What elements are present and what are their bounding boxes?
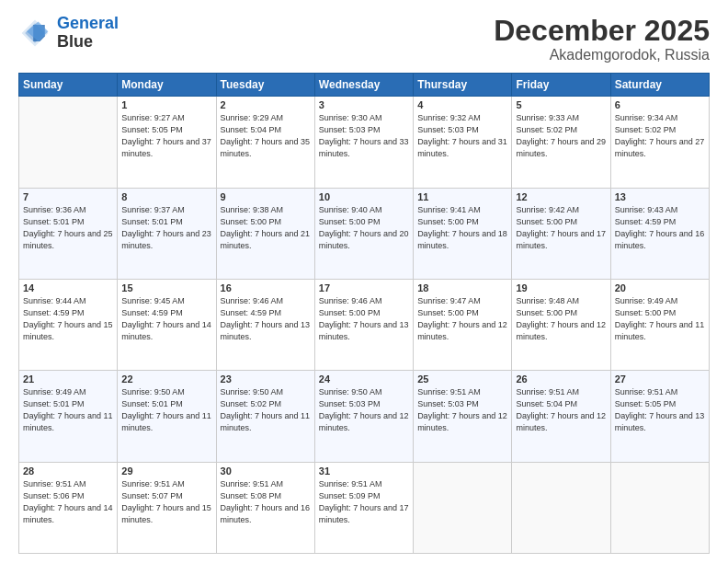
calendar-body: 1Sunrise: 9:27 AM Sunset: 5:05 PM Daylig…	[19, 97, 710, 554]
day-number: 19	[516, 282, 606, 293]
calendar-cell-w2-d7: 13Sunrise: 9:43 AM Sunset: 4:59 PM Dayli…	[610, 188, 709, 279]
day-info: Sunrise: 9:40 AM Sunset: 5:00 PM Dayligh…	[319, 204, 409, 252]
col-tuesday: Tuesday	[216, 74, 314, 97]
calendar-cell-w5-d7	[610, 462, 709, 553]
day-info: Sunrise: 9:34 AM Sunset: 5:02 PM Dayligh…	[615, 112, 705, 160]
day-number: 14	[23, 282, 113, 293]
calendar-cell-w5-d5	[414, 462, 512, 553]
day-info: Sunrise: 9:45 AM Sunset: 4:59 PM Dayligh…	[121, 295, 211, 343]
calendar-cell-w2-d2: 8Sunrise: 9:37 AM Sunset: 5:01 PM Daylig…	[118, 188, 216, 279]
day-number: 6	[615, 99, 705, 110]
day-info: Sunrise: 9:50 AM Sunset: 5:03 PM Dayligh…	[319, 386, 409, 434]
day-info: Sunrise: 9:51 AM Sunset: 5:03 PM Dayligh…	[417, 386, 507, 434]
calendar-cell-w3-d3: 16Sunrise: 9:46 AM Sunset: 4:59 PM Dayli…	[216, 279, 314, 370]
page: General Blue December 2025 Akademgorodok…	[0, 0, 728, 563]
calendar-cell-w1-d5: 4Sunrise: 9:32 AM Sunset: 5:03 PM Daylig…	[414, 97, 512, 188]
day-number: 1	[121, 99, 211, 110]
day-number: 17	[319, 282, 409, 293]
day-number: 9	[221, 191, 311, 202]
day-number: 7	[23, 191, 113, 202]
calendar-cell-w1-d7: 6Sunrise: 9:34 AM Sunset: 5:02 PM Daylig…	[610, 97, 709, 188]
calendar-cell-w2-d6: 12Sunrise: 9:42 AM Sunset: 5:00 PM Dayli…	[512, 188, 610, 279]
calendar-week-3: 14Sunrise: 9:44 AM Sunset: 4:59 PM Dayli…	[19, 279, 710, 370]
day-info: Sunrise: 9:51 AM Sunset: 5:08 PM Dayligh…	[221, 478, 311, 526]
calendar-cell-w3-d6: 19Sunrise: 9:48 AM Sunset: 5:00 PM Dayli…	[512, 279, 610, 370]
day-info: Sunrise: 9:50 AM Sunset: 5:02 PM Dayligh…	[221, 386, 311, 434]
day-number: 11	[417, 191, 507, 202]
day-number: 20	[615, 282, 705, 293]
calendar-week-5: 28Sunrise: 9:51 AM Sunset: 5:06 PM Dayli…	[19, 462, 710, 553]
calendar-cell-w5-d1: 28Sunrise: 9:51 AM Sunset: 5:06 PM Dayli…	[19, 462, 118, 553]
day-info: Sunrise: 9:27 AM Sunset: 5:05 PM Dayligh…	[121, 112, 211, 160]
calendar-cell-w5-d4: 31Sunrise: 9:51 AM Sunset: 5:09 PM Dayli…	[314, 462, 413, 553]
calendar-table: Sunday Monday Tuesday Wednesday Thursday…	[18, 73, 710, 554]
col-sunday: Sunday	[19, 74, 118, 97]
day-info: Sunrise: 9:43 AM Sunset: 4:59 PM Dayligh…	[615, 204, 705, 252]
day-info: Sunrise: 9:51 AM Sunset: 5:09 PM Dayligh…	[319, 478, 409, 526]
day-info: Sunrise: 9:50 AM Sunset: 5:01 PM Dayligh…	[121, 386, 211, 434]
day-number: 12	[516, 191, 606, 202]
day-number: 25	[417, 373, 507, 385]
calendar-cell-w4-d4: 24Sunrise: 9:50 AM Sunset: 5:03 PM Dayli…	[314, 371, 413, 462]
calendar-cell-w4-d1: 21Sunrise: 9:49 AM Sunset: 5:01 PM Dayli…	[19, 371, 118, 462]
calendar-cell-w3-d2: 15Sunrise: 9:45 AM Sunset: 4:59 PM Dayli…	[118, 279, 216, 370]
logo-line2: Blue	[57, 33, 119, 52]
day-number: 3	[319, 99, 409, 110]
calendar-cell-w5-d6	[512, 462, 610, 553]
day-info: Sunrise: 9:51 AM Sunset: 5:04 PM Dayligh…	[516, 386, 606, 434]
day-number: 24	[319, 373, 409, 385]
day-info: Sunrise: 9:48 AM Sunset: 5:00 PM Dayligh…	[516, 295, 606, 343]
calendar-cell-w2-d4: 10Sunrise: 9:40 AM Sunset: 5:00 PM Dayli…	[314, 188, 413, 279]
day-number: 13	[615, 191, 705, 202]
calendar-cell-w1-d2: 1Sunrise: 9:27 AM Sunset: 5:05 PM Daylig…	[118, 97, 216, 188]
day-number: 23	[221, 373, 311, 385]
calendar-cell-w4-d6: 26Sunrise: 9:51 AM Sunset: 5:04 PM Dayli…	[512, 371, 610, 462]
calendar-cell-w1-d3: 2Sunrise: 9:29 AM Sunset: 5:04 PM Daylig…	[216, 97, 314, 188]
day-number: 21	[23, 373, 113, 385]
day-info: Sunrise: 9:46 AM Sunset: 4:59 PM Dayligh…	[221, 295, 311, 343]
location: Akademgorodok, Russia	[494, 47, 710, 63]
day-number: 29	[121, 465, 211, 477]
calendar-cell-w4-d3: 23Sunrise: 9:50 AM Sunset: 5:02 PM Dayli…	[216, 371, 314, 462]
calendar-cell-w5-d3: 30Sunrise: 9:51 AM Sunset: 5:08 PM Dayli…	[216, 462, 314, 553]
day-number: 16	[221, 282, 311, 293]
day-number: 27	[615, 373, 705, 385]
calendar-header-row: Sunday Monday Tuesday Wednesday Thursday…	[19, 74, 710, 97]
calendar-cell-w4-d5: 25Sunrise: 9:51 AM Sunset: 5:03 PM Dayli…	[414, 371, 512, 462]
day-info: Sunrise: 9:42 AM Sunset: 5:00 PM Dayligh…	[516, 204, 606, 252]
day-info: Sunrise: 9:47 AM Sunset: 5:00 PM Dayligh…	[417, 295, 507, 343]
day-number: 4	[417, 99, 507, 110]
day-number: 8	[121, 191, 211, 202]
header: General Blue December 2025 Akademgorodok…	[18, 15, 710, 63]
calendar-cell-w1-d6: 5Sunrise: 9:33 AM Sunset: 5:02 PM Daylig…	[512, 97, 610, 188]
day-info: Sunrise: 9:46 AM Sunset: 5:00 PM Dayligh…	[319, 295, 409, 343]
day-info: Sunrise: 9:38 AM Sunset: 5:00 PM Dayligh…	[221, 204, 311, 252]
day-number: 10	[319, 191, 409, 202]
logo-icon	[18, 17, 51, 50]
logo: General Blue	[18, 15, 119, 52]
day-info: Sunrise: 9:51 AM Sunset: 5:07 PM Dayligh…	[121, 478, 211, 526]
calendar-cell-w2-d1: 7Sunrise: 9:36 AM Sunset: 5:01 PM Daylig…	[19, 188, 118, 279]
calendar-cell-w2-d3: 9Sunrise: 9:38 AM Sunset: 5:00 PM Daylig…	[216, 188, 314, 279]
day-number: 5	[516, 99, 606, 110]
day-info: Sunrise: 9:36 AM Sunset: 5:01 PM Dayligh…	[23, 204, 113, 252]
day-info: Sunrise: 9:44 AM Sunset: 4:59 PM Dayligh…	[23, 295, 113, 343]
col-wednesday: Wednesday	[314, 74, 413, 97]
calendar-cell-w3-d7: 20Sunrise: 9:49 AM Sunset: 5:00 PM Dayli…	[610, 279, 709, 370]
calendar-cell-w1-d1	[19, 97, 118, 188]
day-number: 22	[121, 373, 211, 385]
day-info: Sunrise: 9:49 AM Sunset: 5:01 PM Dayligh…	[23, 386, 113, 434]
day-number: 31	[319, 465, 409, 477]
col-friday: Friday	[512, 74, 610, 97]
day-number: 2	[221, 99, 311, 110]
day-info: Sunrise: 9:33 AM Sunset: 5:02 PM Dayligh…	[516, 112, 606, 160]
day-info: Sunrise: 9:37 AM Sunset: 5:01 PM Dayligh…	[121, 204, 211, 252]
logo-line1: General	[57, 14, 119, 32]
calendar-week-1: 1Sunrise: 9:27 AM Sunset: 5:05 PM Daylig…	[19, 97, 710, 188]
day-info: Sunrise: 9:30 AM Sunset: 5:03 PM Dayligh…	[319, 112, 409, 160]
day-number: 26	[516, 373, 606, 385]
day-info: Sunrise: 9:49 AM Sunset: 5:00 PM Dayligh…	[615, 295, 705, 343]
calendar-cell-w4-d2: 22Sunrise: 9:50 AM Sunset: 5:01 PM Dayli…	[118, 371, 216, 462]
day-number: 30	[221, 465, 311, 477]
calendar-cell-w5-d2: 29Sunrise: 9:51 AM Sunset: 5:07 PM Dayli…	[118, 462, 216, 553]
